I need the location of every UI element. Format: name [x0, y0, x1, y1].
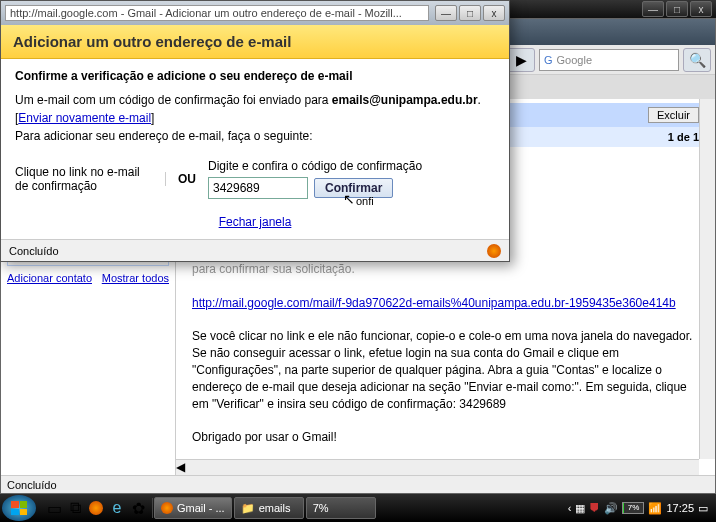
start-button[interactable] — [2, 495, 36, 521]
tray-chevron-icon[interactable]: ‹ — [568, 502, 572, 514]
horizontal-scrollbar[interactable]: ◀ — [176, 459, 699, 475]
ie-shortcut-icon[interactable]: e — [107, 498, 127, 518]
bg-close-button[interactable]: x — [690, 1, 712, 17]
confirm-button[interactable]: Confirmar — [314, 178, 393, 198]
popup-minimize-button[interactable]: — — [435, 5, 457, 21]
show-all-link[interactable]: Mostrar todos — [102, 272, 169, 284]
windows-logo-icon — [11, 501, 27, 515]
add-contact-link[interactable]: Adicionar contato — [7, 272, 92, 284]
popup-status-text: Concluído — [9, 245, 59, 257]
mail-body-thanks: Obrigado por usar o Gmail! — [192, 429, 699, 446]
popup-url: http://mail.google.com - Gmail - Adicion… — [5, 5, 429, 21]
mail-body-instructions: Se você clicar no link e ele não funcion… — [192, 328, 699, 412]
tray-shield-icon[interactable]: ⛊ — [589, 502, 600, 514]
bg-minimize-button[interactable]: — — [642, 1, 664, 17]
option-code-label: Digite e confira o código de confirmação — [208, 159, 495, 173]
browser-status-bar: Concluído — [1, 475, 715, 493]
system-tray: ‹ ▦ ⛊ 🔊 7% 📶 17:25 ▭ — [562, 502, 714, 515]
resend-email-link[interactable]: Enviar novamente e-mail — [18, 111, 151, 125]
popup-header: Adicionar um outro endereço de e-mail — [1, 25, 509, 59]
quick-launch: ▭ ⧉ e ✿ — [40, 498, 153, 518]
go-button[interactable]: ▶ — [507, 48, 535, 72]
vertical-scrollbar[interactable] — [699, 99, 715, 459]
battery-icon[interactable]: 7% — [622, 502, 644, 514]
mail-fragment-3: para confirmar sua solicitação. — [192, 261, 699, 278]
bg-maximize-button[interactable]: □ — [666, 1, 688, 17]
confirmation-url-link[interactable]: http://mail.google.com/mail/f-9da970622d… — [192, 296, 676, 310]
popup-info-line1: Um e-mail com um código de confirmação f… — [15, 93, 495, 107]
firefox-shortcut-icon[interactable] — [86, 498, 106, 518]
firefox-icon — [161, 502, 173, 514]
taskbar-item-gmail[interactable]: Gmail - ... — [154, 497, 232, 519]
popup-close-button[interactable]: x — [483, 5, 505, 21]
popup-info-line2: Para adicionar seu endereço de e-mail, f… — [15, 129, 495, 143]
browser-status-text: Concluído — [7, 479, 57, 491]
close-window-link[interactable]: Fechar janela — [219, 215, 292, 229]
switch-windows-icon[interactable]: ⧉ — [65, 498, 85, 518]
popup-subtitle: Confirme a verificação e adicione o seu … — [15, 69, 495, 83]
taskbar-item-misc[interactable]: 7% — [306, 497, 376, 519]
taskbar-item-emails[interactable]: 📁 emails — [234, 497, 304, 519]
popup-titlebar[interactable]: http://mail.google.com - Gmail - Adicion… — [1, 1, 509, 25]
option-click-link: Clique no link no e-mail de confirmação — [15, 165, 165, 193]
search-placeholder: Google — [557, 54, 592, 66]
windows-taskbar: ▭ ⧉ e ✿ Gmail - ... 📁 emails 7% ‹ ▦ ⛊ 🔊 … — [0, 494, 716, 522]
popup-status-bar: Concluído — [1, 239, 509, 261]
tray-wifi-icon[interactable]: 📶 — [648, 502, 662, 515]
msn-shortcut-icon[interactable]: ✿ — [128, 498, 148, 518]
confirmation-code-input[interactable] — [208, 177, 308, 199]
show-desktop-icon[interactable]: ▭ — [44, 498, 64, 518]
search-go-button[interactable]: 🔍 — [683, 48, 711, 72]
cursor-tooltip: onfi — [356, 195, 374, 207]
option-separator: OU — [165, 172, 208, 186]
delete-button[interactable]: Excluir — [648, 107, 699, 123]
add-email-popup: http://mail.google.com - Gmail - Adicion… — [0, 0, 510, 262]
firefox-icon — [487, 244, 501, 258]
tray-volume-icon[interactable]: 🔊 — [604, 502, 618, 515]
clock[interactable]: 17:25 — [666, 502, 694, 514]
popup-maximize-button[interactable]: □ — [459, 5, 481, 21]
tray-expand-icon[interactable]: ▭ — [698, 502, 708, 515]
tray-network-icon[interactable]: ▦ — [575, 502, 585, 515]
browser-search-input[interactable]: G Google — [539, 49, 679, 71]
